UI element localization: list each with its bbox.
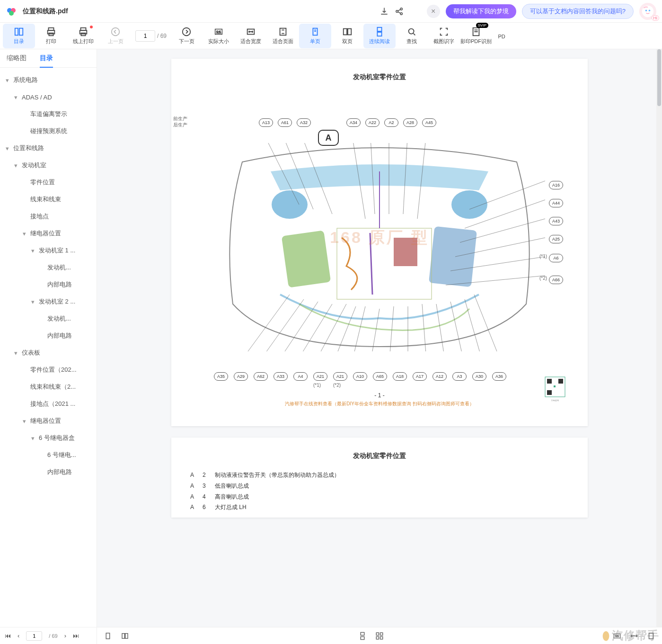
- tab-thumbnails[interactable]: 缩略图: [0, 49, 33, 67]
- toc-item[interactable]: 线束和线束: [0, 191, 97, 208]
- toc-item[interactable]: ▾继电器位置: [0, 412, 97, 429]
- svg-rect-75: [361, 636, 364, 639]
- label-A12-11: A12: [433, 372, 447, 381]
- sidebar: 缩略图 目录 ▾系统电路▾ADAS / AD车道偏离警示碰撞预测系统▾位置和线路…: [0, 49, 97, 644]
- svg-point-30: [272, 190, 308, 219]
- toc-item[interactable]: 碰撞预测系统: [0, 123, 97, 140]
- svg-line-58: [389, 306, 394, 351]
- toc-item[interactable]: ▾系统电路: [0, 72, 97, 89]
- footer-text: 汽修帮手在线资料查看（最新DIY年份全车资料维修数据查询 扫码右侧码咨询图师可查…: [190, 401, 569, 407]
- toc-item[interactable]: 内部电路: [0, 464, 97, 481]
- svg-rect-78: [376, 636, 379, 639]
- toc-button[interactable]: 目录: [3, 24, 35, 48]
- toc-item[interactable]: 6 号继电...: [0, 447, 97, 464]
- toc-item[interactable]: 发动机...: [0, 259, 97, 276]
- svg-point-7: [645, 9, 647, 11]
- parts-row: A4高音喇叭总成: [190, 492, 569, 502]
- tab-toc[interactable]: 目录: [33, 49, 60, 67]
- toc-item[interactable]: 车道偏离警示: [0, 106, 97, 123]
- page1-title: 发动机室零件位置: [190, 73, 569, 81]
- svg-rect-10: [19, 28, 23, 36]
- close-suggestion-button[interactable]: ×: [427, 5, 440, 18]
- share-icon[interactable]: [395, 7, 404, 16]
- label-A3-12: A3: [452, 372, 467, 381]
- label-A21-5: A21: [313, 372, 327, 381]
- label-A66: A66: [549, 276, 563, 284]
- svg-text:1:1: 1:1: [216, 30, 221, 34]
- qr-code: 扫码咨询: [544, 376, 566, 402]
- toolbar: 目录 打印 线上打印 上一页 / 69 下一页 1:1实际大小 适合宽度 适合页…: [0, 23, 662, 49]
- titlebar: 位置和线路.pdf × 帮我解读下我的梦境 可以基于文档内容回答我的问题吗? H…: [0, 0, 662, 23]
- label-A28: A28: [403, 118, 417, 127]
- toc-item[interactable]: ▾位置和线路: [0, 140, 97, 157]
- double-icon[interactable]: [121, 632, 129, 640]
- toc-item[interactable]: 接地点: [0, 208, 97, 225]
- pdf-viewer[interactable]: 发动机室零件位置 前生产后生产 A13A61A32A34A22A2A28A45 …: [97, 49, 662, 644]
- parts-row: A3低音喇叭总成: [190, 481, 569, 492]
- next-page-button[interactable]: 下一页: [170, 24, 203, 48]
- ai-suggestion-1[interactable]: 帮我解读下我的梦境: [446, 4, 516, 18]
- bottom-toolbar: 1:1 ⬮汽修帮手: [97, 627, 662, 644]
- toc-item[interactable]: ▾仪表板: [0, 344, 97, 361]
- pdf-more-button[interactable]: PD: [492, 24, 511, 48]
- svg-point-6: [642, 5, 654, 17]
- print-button[interactable]: 打印: [35, 24, 67, 48]
- label-A22: A22: [365, 118, 380, 127]
- svg-point-18: [183, 28, 191, 36]
- single-icon[interactable]: [104, 632, 112, 640]
- sidebar-footer: ⏮ ‹ / 69 › ⏭: [0, 627, 97, 644]
- continuous-icon[interactable]: [358, 632, 367, 640]
- continuous-read-button[interactable]: 连续阅读: [363, 24, 396, 48]
- toc-item[interactable]: 接地点（2021 ...: [0, 395, 97, 412]
- viewer-scrollbar[interactable]: [656, 49, 662, 644]
- double-page-button[interactable]: 双页: [331, 24, 363, 48]
- prev-page-icon[interactable]: ‹: [18, 632, 19, 639]
- screenshot-ocr-button[interactable]: 截图识字: [428, 24, 460, 48]
- svg-point-8: [649, 9, 651, 11]
- ai-suggestion-2[interactable]: 可以基于文档内容回答我的问题吗?: [522, 4, 634, 19]
- parts-list: A2制动液液位警告开关（带总泵的制动助力器总成）A3低音喇叭总成A4高音喇叭总成…: [190, 470, 569, 513]
- find-button[interactable]: 查找: [396, 24, 428, 48]
- label-A16: A16: [549, 181, 563, 189]
- first-page-icon[interactable]: ⏮: [5, 632, 11, 639]
- next-page-icon[interactable]: ›: [64, 632, 66, 639]
- label-A30-13: A30: [472, 372, 486, 381]
- fit-width-button[interactable]: 适合宽度: [235, 24, 267, 48]
- label-A17-10: A17: [413, 372, 427, 381]
- pdf-ocr-button[interactable]: SVIP影印PDF识别: [460, 24, 492, 48]
- svg-rect-25: [348, 29, 351, 35]
- svg-line-62: [450, 302, 465, 351]
- thumbnails-icon[interactable]: [375, 632, 384, 640]
- svg-rect-24: [344, 29, 347, 35]
- online-print-button[interactable]: 线上打印: [67, 24, 99, 48]
- label-A6: A6: [549, 254, 563, 262]
- toc-item[interactable]: 内部电路: [0, 276, 97, 293]
- download-icon[interactable]: [380, 7, 389, 16]
- page-total: / 69: [157, 33, 167, 39]
- toc-item[interactable]: ▾发动机室 2 ...: [0, 293, 97, 310]
- svg-rect-77: [380, 633, 383, 635]
- toc-item[interactable]: ▾继电器位置: [0, 225, 97, 242]
- toc-item[interactable]: 发动机...: [0, 310, 97, 327]
- ai-avatar[interactable]: Hi: [639, 3, 656, 20]
- label-A34: A34: [346, 118, 361, 127]
- page-number-input[interactable]: [135, 30, 155, 42]
- svg-rect-72: [122, 633, 124, 638]
- footer-page-input[interactable]: [26, 631, 42, 641]
- parts-row: A2制动液液位警告开关（带总泵的制动助力器总成）: [190, 470, 569, 481]
- single-page-button[interactable]: 单页: [299, 24, 331, 48]
- toc-item[interactable]: 零件位置（202...: [0, 361, 97, 378]
- toc-item[interactable]: 零件位置: [0, 174, 97, 191]
- toc-item[interactable]: ▾发动机室: [0, 157, 97, 174]
- fit-page-button[interactable]: 适合页面: [267, 24, 299, 48]
- parts-row: A6大灯总成 LH: [190, 502, 569, 513]
- toc-item[interactable]: 内部电路: [0, 327, 97, 344]
- cutoff-note: 前生产后生产: [173, 116, 187, 128]
- toc-item[interactable]: ▾ADAS / AD: [0, 89, 97, 106]
- toc-item[interactable]: 线束和线束（2...: [0, 378, 97, 395]
- toc-item[interactable]: ▾发动机室 1 ...: [0, 242, 97, 259]
- actual-size-button[interactable]: 1:1实际大小: [203, 24, 235, 48]
- toc-item[interactable]: ▾6 号继电器盒: [0, 429, 97, 447]
- svg-rect-76: [376, 633, 379, 635]
- last-page-icon[interactable]: ⏭: [73, 632, 79, 639]
